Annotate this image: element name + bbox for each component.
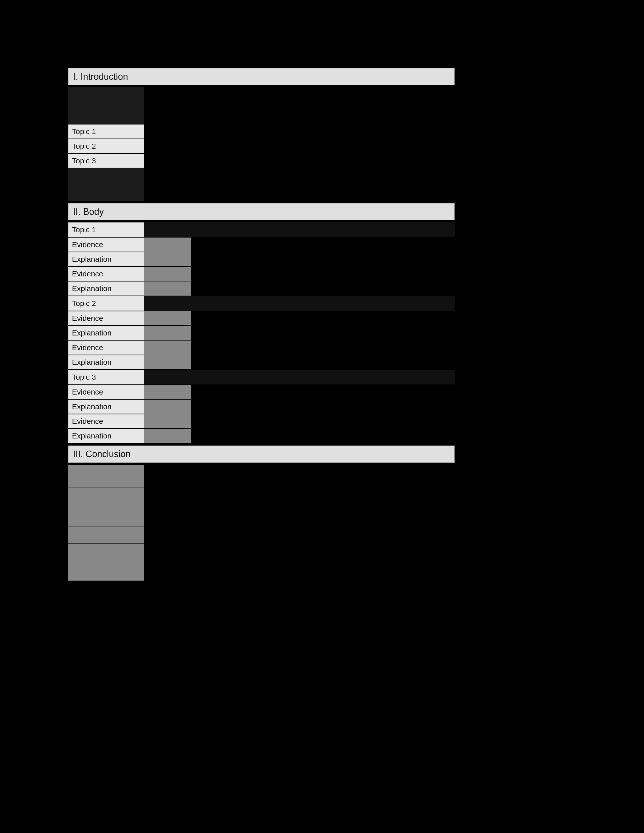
- body-t3-evidence1-gray: [144, 385, 191, 399]
- body-t3-evidence1-label: Evidence: [68, 385, 144, 399]
- body-t1-evidence1-gray: [144, 238, 191, 252]
- introduction-content: Topic 1 Topic 2 Topic 3: [68, 85, 455, 203]
- intro-bottom-right: [144, 168, 455, 201]
- body-t2-explanation1-label: Explanation: [68, 326, 144, 340]
- body-section: II. Body Topic 1 Evidence Explanation: [68, 203, 455, 445]
- body-t3-evidence1-row: Evidence: [68, 385, 455, 399]
- body-t1-evidence2-right: [191, 267, 455, 281]
- introduction-section: I. Introduction Topic 1 Topic 2 Topic 3: [68, 68, 455, 203]
- body-t1-explanation2-label: Explanation: [68, 281, 144, 296]
- body-t1-explanation2-row: Explanation: [68, 281, 455, 296]
- body-t1-explanation1-gray: [144, 252, 191, 266]
- conclusion-row2-right: [144, 487, 455, 510]
- conclusion-row5-gray: [68, 544, 144, 581]
- body-t2-explanation1-right: [191, 326, 455, 340]
- conclusion-row1-gray: [68, 465, 144, 487]
- body-t1-evidence2-label: Evidence: [68, 267, 144, 281]
- body-t2-evidence2-gray: [144, 341, 191, 355]
- body-topic2-right: [144, 296, 455, 311]
- body-t3-evidence1-right: [191, 385, 455, 399]
- body-topic1-label: Topic 1: [68, 222, 144, 237]
- body-t2-explanation1-row: Explanation: [68, 326, 455, 340]
- conclusion-row3-right: [144, 510, 455, 527]
- body-t3-explanation1-gray: [144, 400, 191, 414]
- body-t3-explanation2-label: Explanation: [68, 429, 144, 443]
- body-t3-explanation2-row: Explanation: [68, 429, 455, 443]
- body-t2-evidence1-row: Evidence: [68, 311, 455, 325]
- introduction-header: I. Introduction: [68, 68, 455, 85]
- body-t2-evidence1-label: Evidence: [68, 311, 144, 325]
- body-t1-explanation2-gray: [144, 281, 191, 296]
- body-t1-explanation1-row: Explanation: [68, 252, 455, 266]
- body-topic1-group: Topic 1 Evidence Explanation Evide: [68, 222, 455, 296]
- body-topic2-group: Topic 2 Evidence Explanation Evidence: [68, 296, 455, 369]
- conclusion-row2-gray: [68, 487, 144, 510]
- conclusion-row4-right: [144, 527, 455, 544]
- intro-topic3-right: [144, 154, 455, 168]
- body-t2-evidence2-right: [191, 341, 455, 355]
- intro-top-right: [144, 87, 455, 124]
- conclusion-section: III. Conclusion: [68, 445, 455, 583]
- body-t1-evidence1-label: Evidence: [68, 238, 144, 252]
- body-t3-evidence2-right: [191, 414, 455, 428]
- body-t3-explanation1-right: [191, 400, 455, 414]
- body-t1-evidence2-gray: [144, 267, 191, 281]
- body-t2-evidence2-row: Evidence: [68, 341, 455, 355]
- body-t2-evidence1-gray: [144, 311, 191, 325]
- body-t2-evidence1-right: [191, 311, 455, 325]
- body-t2-explanation2-label: Explanation: [68, 355, 144, 369]
- body-t3-evidence2-row: Evidence: [68, 414, 455, 428]
- intro-topic2-right: [144, 139, 455, 153]
- body-topic3-group: Topic 3 Evidence Explanation Evidence: [68, 370, 455, 443]
- body-t3-explanation2-right: [191, 429, 455, 443]
- body-t2-explanation1-gray: [144, 326, 191, 340]
- body-t2-explanation2-gray: [144, 355, 191, 369]
- body-t2-explanation2-right: [191, 355, 455, 369]
- conclusion-row5-right: [144, 544, 455, 581]
- body-topic3-header-row: Topic 3: [68, 370, 455, 384]
- body-topic3-right: [144, 370, 455, 384]
- intro-topic1-right: [144, 124, 455, 138]
- body-topic2-header-row: Topic 2: [68, 296, 455, 311]
- conclusion-row3-gray: [68, 510, 144, 527]
- intro-bottom-dark-block: [68, 168, 144, 201]
- conclusion-row4-gray: [68, 527, 144, 544]
- conclusion-row1-right: [144, 465, 455, 487]
- intro-topic2-row: Topic 2: [68, 139, 455, 153]
- body-topic1-header-row: Topic 1: [68, 222, 455, 237]
- intro-topic2-label: Topic 2: [68, 139, 144, 153]
- body-t1-explanation2-right: [191, 281, 455, 296]
- intro-topic1-row: Topic 1: [68, 124, 455, 138]
- body-content: Topic 1 Evidence Explanation Evide: [68, 220, 455, 445]
- body-t2-explanation2-row: Explanation: [68, 355, 455, 369]
- body-t3-explanation1-row: Explanation: [68, 400, 455, 414]
- intro-topic3-label: Topic 3: [68, 154, 144, 168]
- intro-topic1-label: Topic 1: [68, 124, 144, 138]
- body-topic1-right: [144, 222, 455, 237]
- body-t1-explanation1-label: Explanation: [68, 252, 144, 266]
- body-t3-evidence2-gray: [144, 414, 191, 428]
- body-topic2-label: Topic 2: [68, 296, 144, 311]
- body-t3-explanation2-gray: [144, 429, 191, 443]
- body-t2-evidence2-label: Evidence: [68, 341, 144, 355]
- conclusion-content: [68, 463, 455, 583]
- body-header: II. Body: [68, 203, 455, 220]
- intro-topic3-row: Topic 3: [68, 154, 455, 168]
- body-t1-evidence2-row: Evidence: [68, 267, 455, 281]
- conclusion-header: III. Conclusion: [68, 445, 455, 463]
- body-t3-explanation1-label: Explanation: [68, 400, 144, 414]
- intro-top-dark-block: [68, 87, 144, 124]
- body-topic3-label: Topic 3: [68, 370, 144, 384]
- body-t3-evidence2-label: Evidence: [68, 414, 144, 428]
- outline-container: I. Introduction Topic 1 Topic 2 Topic 3: [68, 68, 455, 583]
- body-t1-evidence1-right: [191, 238, 455, 252]
- body-t1-explanation1-right: [191, 252, 455, 266]
- body-t1-evidence1-row: Evidence: [68, 238, 455, 252]
